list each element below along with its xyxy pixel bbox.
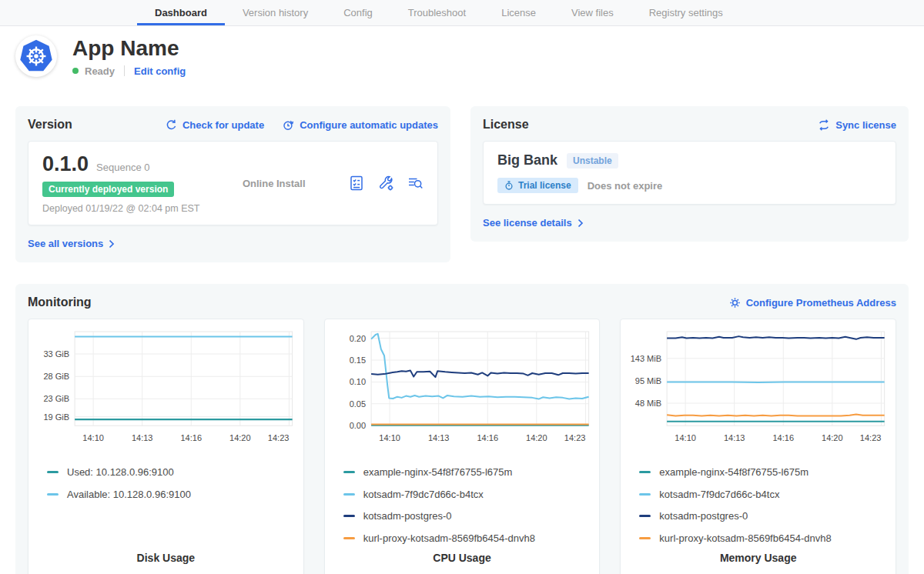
legend-item: kotsadm-postgres-0	[343, 505, 594, 527]
legend-dash-icon	[639, 471, 651, 473]
sequence-label: Sequence 0	[96, 162, 149, 173]
svg-text:143 MiB: 143 MiB	[631, 354, 661, 363]
check-for-update-button[interactable]: Check for update	[166, 119, 264, 131]
legend-item: kotsadm-postgres-0	[639, 505, 889, 527]
legend-label: kotsadm-7f9dc7d66c-b4tcx	[363, 489, 484, 500]
see-license-details-link[interactable]: See license details	[483, 217, 584, 229]
version-card-title: Version	[28, 118, 72, 132]
customer-name: Big Bank	[497, 152, 557, 169]
version-number: 0.1.0	[42, 152, 89, 176]
page-content: App Name Ready Edit config Version	[0, 35, 924, 574]
edit-config-link[interactable]: Edit config	[134, 65, 186, 77]
license-card: License Sync license Big Bank Unstable	[470, 106, 909, 242]
legend-item: kotsadm-7f9dc7d66c-b4tcx	[343, 483, 594, 506]
kubernetes-logo-icon	[15, 35, 57, 77]
legend-label: Used: 10.128.0.96:9100	[67, 466, 174, 478]
legend-item: example-nginx-54f8f76755-l675m	[639, 461, 889, 483]
cpu-usage-title: CPU Usage	[331, 552, 594, 564]
svg-text:14:16: 14:16	[180, 433, 202, 442]
legend-dash-icon	[343, 493, 355, 496]
legend-label: example-nginx-54f8f76755-l675m	[659, 466, 808, 478]
app-title-block: App Name Ready Edit config	[72, 36, 186, 77]
svg-text:0.20: 0.20	[349, 334, 365, 343]
clock-refresh-icon	[283, 119, 294, 131]
tab-config[interactable]: Config	[326, 0, 390, 25]
legend-label: kotsadm-postgres-0	[363, 510, 452, 522]
legend-dash-icon	[639, 493, 651, 496]
svg-text:14:16: 14:16	[477, 433, 498, 442]
legend-dash-icon	[343, 515, 355, 517]
channel-badge: Unstable	[567, 153, 618, 169]
config-wrench-icon[interactable]	[377, 175, 394, 192]
legend-item: kurl-proxy-kotsadm-8569fb6454-dnvh8	[639, 527, 889, 549]
chevron-right-icon	[109, 239, 115, 249]
svg-text:14:23: 14:23	[860, 433, 882, 442]
svg-text:14:13: 14:13	[724, 433, 745, 442]
disk-usage-legend: Used: 10.128.0.96:9100Available: 10.128.…	[47, 461, 297, 552]
tab-license[interactable]: License	[484, 0, 554, 25]
svg-text:23 GiB: 23 GiB	[43, 394, 69, 403]
svg-text:14:20: 14:20	[822, 433, 843, 442]
tab-registry-settings[interactable]: Registry settings	[631, 0, 741, 25]
svg-text:14:10: 14:10	[379, 433, 400, 442]
svg-text:14:10: 14:10	[675, 433, 697, 442]
version-info: 0.1.0 Sequence 0 Currently deployed vers…	[42, 152, 199, 214]
legend-item: Available: 10.128.0.96:9100	[47, 483, 297, 506]
legend-dash-icon	[639, 537, 651, 539]
memory-usage-chart: 14:1014:1314:1614:2014:23143 MiB95 MiB48…	[627, 327, 889, 449]
stopwatch-icon	[504, 181, 514, 190]
tab-version-history[interactable]: Version history	[225, 0, 326, 25]
configure-prometheus-button[interactable]: Configure Prometheus Address	[729, 297, 896, 309]
legend-label: kurl-proxy-kotsadm-8569fb6454-dnvh8	[659, 532, 831, 544]
tab-troubleshoot[interactable]: Troubleshoot	[390, 0, 484, 25]
svg-text:19 GiB: 19 GiB	[43, 412, 69, 422]
legend-dash-icon	[47, 471, 59, 473]
refresh-icon	[166, 119, 177, 131]
legend-label: Available: 10.128.0.96:9100	[67, 489, 191, 500]
chevron-right-icon	[578, 219, 584, 228]
memory-usage-legend: example-nginx-54f8f76755-l675mkotsadm-7f…	[639, 461, 889, 552]
svg-text:33 GiB: 33 GiB	[43, 349, 69, 359]
see-all-versions-link[interactable]: See all versions	[28, 238, 115, 249]
legend-dash-icon	[343, 471, 355, 473]
disk-usage-title: Disk Usage	[35, 552, 297, 564]
legend-item: example-nginx-54f8f76755-l675m	[343, 461, 594, 483]
tab-dashboard[interactable]: Dashboard	[137, 0, 225, 25]
legend-item: kotsadm-7f9dc7d66c-b4tcx	[639, 483, 889, 506]
monitoring-section: Monitoring Configure Prometheus Address …	[15, 284, 909, 574]
legend-label: example-nginx-54f8f76755-l675m	[363, 466, 513, 478]
svg-text:14:23: 14:23	[564, 433, 585, 442]
preflight-checks-icon[interactable]	[348, 175, 365, 192]
cpu-usage-chart-card: 14:1014:1314:1614:2014:230.200.150.100.0…	[324, 319, 601, 574]
memory-usage-chart-card: 14:1014:1314:1614:2014:23143 MiB95 MiB48…	[620, 319, 896, 574]
disk-usage-chart-card: 14:1014:1314:1614:2014:2333 GiB28 GiB23 …	[28, 319, 304, 574]
app-name-title: App Name	[72, 36, 186, 61]
svg-text:14:13: 14:13	[132, 433, 153, 442]
svg-text:28 GiB: 28 GiB	[43, 372, 69, 381]
svg-text:95 MiB: 95 MiB	[635, 376, 661, 385]
license-detail-card: Big Bank Unstable Trial license Does not…	[483, 141, 896, 205]
monitoring-title: Monitoring	[28, 295, 92, 309]
svg-text:14:20: 14:20	[229, 433, 251, 442]
sync-license-button[interactable]: Sync license	[818, 119, 896, 131]
svg-text:14:23: 14:23	[268, 433, 290, 442]
nav-tabs: DashboardVersion historyConfigTroublesho…	[137, 0, 741, 25]
gear-icon	[729, 297, 741, 309]
svg-text:14:20: 14:20	[526, 433, 547, 442]
legend-label: kurl-proxy-kotsadm-8569fb6454-dnvh8	[363, 532, 535, 544]
logs-search-icon[interactable]	[407, 175, 424, 192]
cpu-usage-legend: example-nginx-54f8f76755-l675mkotsadm-7f…	[343, 461, 594, 552]
svg-text:14:10: 14:10	[82, 433, 104, 442]
deployed-status-badge: Currently deployed version	[42, 182, 174, 197]
legend-dash-icon	[47, 493, 59, 496]
top-cards-row: Version Check for update	[15, 106, 909, 262]
svg-text:0.10: 0.10	[349, 377, 365, 386]
svg-text:14:13: 14:13	[428, 433, 450, 442]
deployed-timestamp: Deployed 01/19/22 @ 02:04 pm EST	[42, 203, 199, 214]
svg-text:48 MiB: 48 MiB	[635, 399, 661, 408]
svg-text:14:16: 14:16	[773, 433, 795, 442]
app-status-text: Ready	[85, 65, 115, 77]
top-navigation: DashboardVersion historyConfigTroublesho…	[0, 0, 924, 26]
configure-automatic-updates-button[interactable]: Configure automatic updates	[283, 119, 438, 131]
tab-view-files[interactable]: View files	[554, 0, 631, 25]
